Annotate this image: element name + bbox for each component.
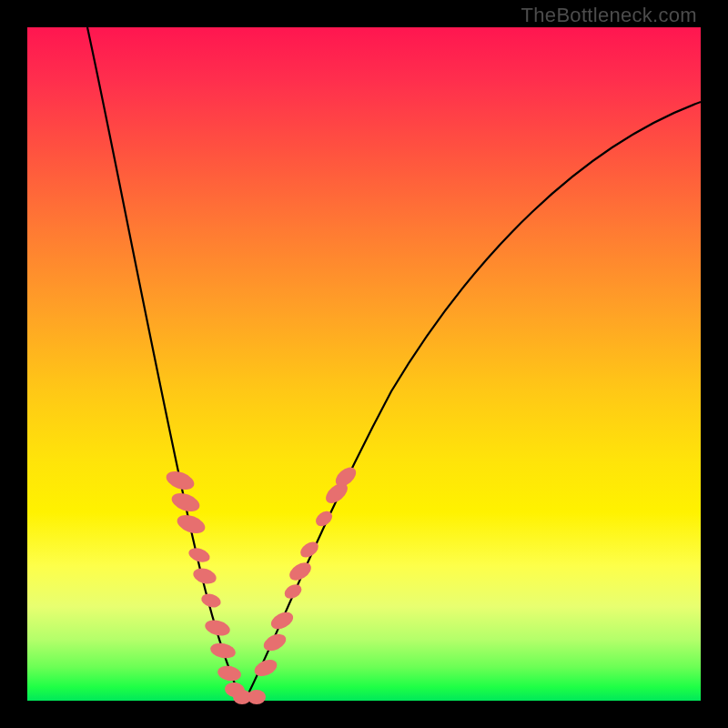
bead-marker [268,609,296,632]
bead-marker [203,618,231,638]
curve-right-branch [246,102,701,699]
bead-marker [209,641,238,660]
bead-marker [199,592,222,610]
bead-marker [191,566,218,587]
chart-frame [27,27,701,701]
watermark-text: TheBottleneck.com [521,4,697,27]
bead-marker [169,490,202,515]
bead-markers [164,463,359,704]
bead-marker [282,581,304,602]
chart-svg [27,27,701,701]
bead-marker [248,690,266,704]
bead-marker [217,664,242,682]
bead-marker [164,468,197,493]
